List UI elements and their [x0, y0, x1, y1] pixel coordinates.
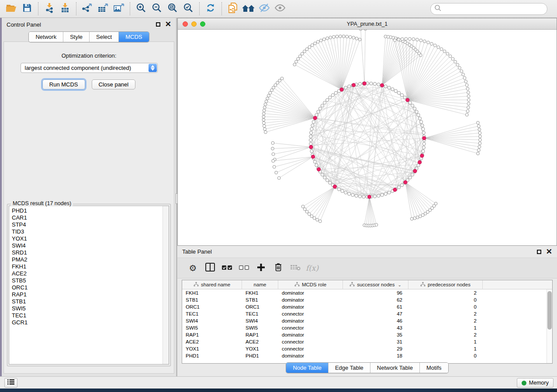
mcds-result-item[interactable]: STB5: [9, 277, 169, 284]
export-table-button[interactable]: [95, 1, 111, 16]
tab-style[interactable]: Style: [63, 32, 89, 42]
attribute-type-icon: [420, 282, 426, 288]
delete-column-button[interactable]: [270, 260, 287, 276]
zoom-fit-button[interactable]: [165, 1, 180, 16]
close-panel-icon[interactable]: ✕: [165, 22, 171, 27]
mcds-result-item[interactable]: TEC1: [9, 312, 169, 319]
window-close-traffic-light[interactable]: [183, 21, 188, 27]
network-canvas[interactable]: [178, 30, 557, 245]
table-row[interactable]: TEC1TEC1connector472: [182, 310, 552, 317]
mcds-list-scrollbar[interactable]: [163, 206, 169, 364]
deselect-all-button[interactable]: [235, 260, 253, 276]
table-cell: 46: [343, 318, 408, 323]
table-cell: SWI4: [242, 318, 278, 323]
dropdown-stepper-icon: [149, 64, 157, 72]
table-scrollbar[interactable]: [547, 289, 552, 363]
mcds-result-item[interactable]: SWI4: [9, 242, 169, 249]
mcds-result-item[interactable]: SRD1: [9, 249, 169, 256]
table-cell: YOX1: [182, 346, 242, 351]
mcds-result-item[interactable]: ACE2: [9, 270, 169, 277]
tab-network[interactable]: Network: [29, 32, 63, 42]
table-cell: 47: [343, 311, 408, 316]
close-table-panel-icon[interactable]: ✕: [546, 249, 552, 254]
task-history-button[interactable]: [4, 378, 17, 388]
search-field[interactable]: [430, 3, 547, 15]
criterion-value: largest connected component (undirected): [25, 65, 131, 71]
select-all-button[interactable]: [218, 260, 235, 276]
mcds-result-item[interactable]: SWI5: [9, 305, 169, 312]
table-cell: 43: [343, 325, 408, 330]
node-table-body: FKH1FKH1dominator962STB1STB1dominator620…: [182, 289, 552, 359]
float-table-panel-icon[interactable]: [537, 250, 541, 254]
mcds-result-item[interactable]: STP4: [9, 221, 169, 228]
open-session-button[interactable]: [3, 1, 19, 16]
add-column-button[interactable]: [253, 260, 270, 276]
tab-mcds[interactable]: MCDS: [118, 32, 149, 42]
tab-network-table[interactable]: Network Table: [370, 363, 419, 373]
table-settings-button[interactable]: ⚙: [184, 260, 201, 276]
import-table-button[interactable]: [57, 1, 73, 16]
hide-selected-button[interactable]: [256, 1, 272, 16]
save-session-button[interactable]: [19, 1, 35, 16]
column-header[interactable]: predecessor nodes: [408, 280, 483, 289]
memory-button[interactable]: Memory: [517, 378, 554, 388]
column-header[interactable]: successor nodes⌄: [343, 280, 408, 289]
table-row[interactable]: ACE2ACE2connector311: [182, 338, 552, 345]
export-image-icon: [113, 3, 125, 15]
table-row[interactable]: PHD1PHD1dominator180: [182, 352, 552, 359]
tab-select[interactable]: Select: [89, 32, 118, 42]
table-row[interactable]: SWI5SWI5connector431: [182, 324, 552, 331]
duplicate-network-button[interactable]: [225, 1, 241, 16]
mcds-result-item[interactable]: PHD1: [9, 207, 169, 214]
close-panel-button[interactable]: Close panel: [92, 79, 136, 89]
table-scrollbar-thumb[interactable]: [547, 291, 552, 330]
column-header[interactable]: shared name: [182, 280, 242, 289]
tab-edge-table[interactable]: Edge Table: [328, 363, 370, 373]
function-builder-button[interactable]: f(x): [304, 260, 321, 276]
table-row[interactable]: SWI4SWI4dominator462: [182, 317, 552, 324]
zoom-out-button[interactable]: [149, 1, 165, 16]
window-minimize-traffic-light[interactable]: [191, 21, 197, 27]
tab-node-table[interactable]: Node Table: [286, 363, 328, 373]
mcds-result-item[interactable]: GCR1: [9, 319, 169, 326]
tab-motifs[interactable]: Motifs: [419, 363, 448, 373]
search-input[interactable]: [444, 6, 543, 12]
first-neighbors-button[interactable]: [241, 1, 256, 16]
table-row[interactable]: ORC1ORC1dominator610: [182, 303, 552, 310]
toolbar-separator: [199, 2, 200, 15]
column-header[interactable]: MCDS role: [278, 280, 343, 289]
mcds-result-item[interactable]: CAR1: [9, 214, 169, 221]
import-network-button[interactable]: [42, 1, 57, 16]
mcds-result-item[interactable]: ORC1: [9, 284, 169, 291]
criterion-dropdown[interactable]: largest connected component (undirected): [21, 63, 158, 73]
mcds-result-item[interactable]: RAP1: [9, 291, 169, 298]
export-image-button[interactable]: [111, 1, 127, 16]
run-mcds-button[interactable]: Run MCDS: [42, 79, 85, 89]
table-row[interactable]: FKH1FKH1dominator962: [182, 289, 552, 296]
export-network-button[interactable]: [80, 1, 95, 16]
float-panel-icon[interactable]: [156, 22, 160, 27]
mcds-result-item[interactable]: YOX1: [9, 235, 169, 242]
column-header[interactable]: name: [242, 280, 278, 289]
toolbar-separator: [130, 2, 130, 15]
mcds-result-item[interactable]: FKH1: [9, 263, 169, 270]
column-layout-button[interactable]: [201, 260, 218, 276]
table-row[interactable]: RAP1RAP1dominator352: [182, 331, 552, 338]
table-cell: RAP1: [182, 332, 242, 337]
show-all-button[interactable]: [272, 1, 288, 16]
delete-table-button[interactable]: [287, 260, 304, 276]
refresh-view-button[interactable]: [203, 1, 218, 16]
unchecked-boxes-icon: [239, 264, 249, 272]
mcds-result-item[interactable]: STB1: [9, 298, 169, 305]
zoom-in-button[interactable]: [133, 1, 149, 16]
mcds-result-item[interactable]: PMA2: [9, 256, 169, 263]
table-row[interactable]: STB1STB1dominator620: [182, 296, 552, 303]
window-maximize-traffic-light[interactable]: [200, 21, 205, 27]
desktop-background: [0, 389, 557, 392]
network-titlebar[interactable]: YPA_prune.txt_1: [178, 18, 557, 30]
show-all-eye-icon: [274, 3, 286, 15]
table-cell: 2: [408, 311, 483, 316]
zoom-selected-button[interactable]: [180, 1, 196, 16]
mcds-result-item[interactable]: TID3: [9, 228, 169, 235]
table-row[interactable]: YOX1YOX1connector291: [182, 345, 552, 352]
